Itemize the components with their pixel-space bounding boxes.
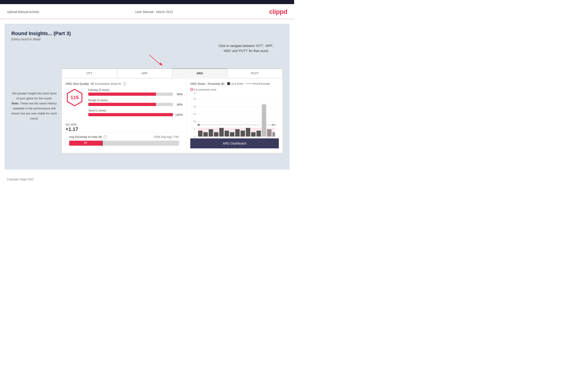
legend-conversion: 6 ft conversion zone [190,88,216,91]
svg-rect-25 [214,132,218,137]
legend-round-avg: Round Average [246,82,270,85]
tab-putt[interactable]: PUTT [227,68,283,78]
legend-square-icon [227,82,230,85]
svg-rect-32 [251,132,256,137]
bar-bg-fairway [88,92,173,96]
svg-rect-29 [235,129,240,137]
svg-rect-26 [219,128,224,137]
bar-label-sand: Sand (1 shots) [88,109,183,112]
header: Upload Manual Activity User Manual - Mar… [0,4,294,19]
bar-pct-rough: 80% [175,103,183,106]
bar-track-rough: 80% [88,103,183,106]
bar-bg-sand [88,113,173,116]
svg-rect-31 [246,128,250,137]
page-subtitle: Every round in detail [11,37,283,41]
bar-pct-fairway: 80% [175,92,183,96]
sg-value: +1.17 [66,126,183,132]
dashboard-body: ARG Shot Quality 6ft Conversion Zone % ? [62,78,283,153]
proximity-bar: 77' [69,141,179,146]
sg-section: SG ARG +1.17 [66,123,183,132]
conversion-title: 6ft Conversion Zone % [91,82,121,85]
legend-hatched-icon [190,88,193,91]
chart-title: ARG Shots - Proximity (ft) [190,82,225,85]
tab-app[interactable]: APP [117,68,172,78]
tab-ott[interactable]: OTT [62,68,117,78]
svg-rect-27 [225,131,229,137]
bar-fill-sand [88,113,173,116]
svg-rect-33 [257,131,261,137]
left-panel-description: Get greater insight into each facet of y… [11,91,57,121]
proximity-title-text: Avg Proximity to Hole (ft) [69,135,102,139]
tab-arg[interactable]: ARG [172,68,227,78]
svg-rect-22 [198,131,202,137]
svg-rect-28 [230,132,234,137]
footer: Copyright Clippd 2021 [0,174,294,185]
bar-fill-rough [88,103,156,106]
proximity-title: Avg Proximity to Hole (ft) ? [69,135,107,139]
chart-header: ARG Shots - Proximity (ft) Up & Down Rou… [190,82,279,91]
proximity-cursor [102,141,103,146]
sg-label: SG ARG [66,123,183,126]
chart-panel: ARG Shots - Proximity (ft) Up & Down Rou… [187,78,283,153]
svg-rect-30 [241,131,245,137]
svg-marker-17 [197,124,200,126]
svg-rect-24 [209,129,213,137]
svg-rect-36 [272,132,275,137]
top-bar [0,0,294,4]
note-label: Note: [12,102,19,105]
bars-container: Fairway (5 shots) 80% [88,88,183,119]
svg-text:5: 5 [194,128,196,130]
proximity-help-icon[interactable]: ? [103,135,107,139]
bar-row-rough: Rough (5 shots) 80% [88,99,183,106]
chart-svg: 0 5 10 15 20 25 30 [190,93,279,138]
svg-text:8: 8 [275,124,276,126]
hex-container: 115 [66,88,84,107]
annotation-hint: Click to navigate between 'OTT', 'APP','… [218,43,274,54]
user-manual-label: User Manual - March 2022 [135,10,173,14]
legend-conversion-label: 6 ft conversion zone [194,88,216,91]
annotation-area: OTT APP ARG PUTT ARG Shot Quality 6ft Co… [62,68,283,153]
svg-line-0 [149,55,161,65]
upload-manual-label: Upload Manual Activity [7,10,39,14]
shot-quality-panel: ARG Shot Quality 6ft Conversion Zone % ? [62,78,187,153]
svg-text:15: 15 [193,113,196,115]
bar-row-fairway: Fairway (5 shots) 80% [88,88,183,96]
svg-rect-34 [262,104,266,137]
dashboard-card: OTT APP ARG PUTT ARG Shot Quality 6ft Co… [62,68,283,153]
chart-area: 0 5 10 15 20 25 30 [190,93,279,138]
bar-bg-rough [88,103,173,106]
hexagon-score: 115 [66,88,84,107]
bar-track-sand: 100% [88,113,183,117]
arg-dashboard-button[interactable]: ARG Dashboard [190,138,279,148]
hex-score-row: 115 Fairway (5 shots) [66,88,183,119]
hex-score-value: 115 [70,95,79,100]
svg-rect-35 [267,129,272,137]
svg-text:25: 25 [193,98,196,100]
svg-rect-23 [203,132,208,137]
shot-quality-title: ARG Shot Quality [66,82,89,85]
svg-text:10: 10 [193,120,196,123]
footer-copyright: Copyright Clippd 2021 [7,178,34,181]
svg-marker-1 [159,63,163,66]
proximity-section: Avg Proximity to Hole (ft) ? ↑ PGA Tour … [66,132,183,149]
bar-label-fairway: Fairway (5 shots) [88,88,183,92]
section-header: ARG Shot Quality 6ft Conversion Zone % ? [66,82,183,86]
legend-up-down-label: Up & Down [231,82,244,85]
help-icon[interactable]: ? [123,82,126,86]
proximity-header: Avg Proximity to Hole (ft) ? ↑ PGA Tour … [69,135,179,139]
bar-fill-fairway [88,92,156,96]
tabs-row: OTT APP ARG PUTT [62,68,283,78]
content-layout: Get greater insight into each facet of y… [11,68,283,153]
page-title: Round Insights... (Part 3) [11,31,283,36]
legend-round-avg-label: Round Average [253,82,270,85]
bar-row-sand: Sand (1 shots) 100% [88,109,183,117]
svg-marker-19 [272,124,275,125]
svg-text:20: 20 [193,105,196,108]
left-panel: Get greater insight into each facet of y… [11,68,57,153]
annotation-arrow [11,54,283,66]
main-content: Round Insights... (Part 3) Every round i… [5,24,290,170]
legend-dashed-icon [246,83,252,84]
bar-pct-sand: 100% [175,113,183,117]
bar-track-fairway: 80% [88,92,183,96]
svg-text:0: 0 [194,135,196,138]
